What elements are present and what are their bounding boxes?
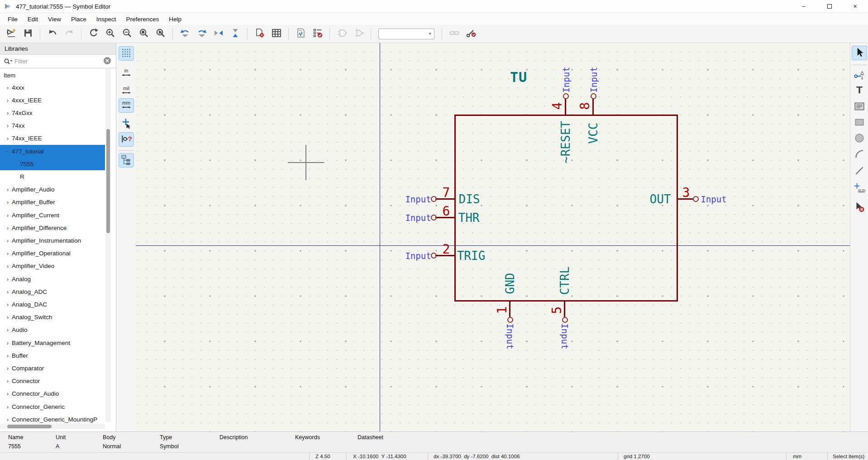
- chevron-collapsed-icon[interactable]: ›: [4, 237, 12, 244]
- pin-number[interactable]: 3: [682, 185, 690, 200]
- pin-name[interactable]: THR: [458, 211, 480, 225]
- chevron-collapsed-icon[interactable]: ›: [4, 416, 12, 423]
- menu-edit[interactable]: Edit: [23, 14, 43, 24]
- rotate-ccw-button[interactable]: [178, 27, 192, 41]
- clear-filter-icon[interactable]: [103, 57, 111, 66]
- library-tree-item-4xxx_IEEE[interactable]: ›4xxx_IEEE: [0, 94, 105, 106]
- library-tree-item-Analog_ADC[interactable]: ›Analog_ADC: [0, 285, 105, 298]
- library-tree-item-74xx[interactable]: ›74xx: [0, 120, 105, 132]
- pin-type-label[interactable]: Input: [701, 194, 726, 204]
- library-tree-item-Analog_DAC[interactable]: ›Analog_DAC: [0, 298, 105, 311]
- add-pin-button[interactable]: A1: [852, 68, 867, 82]
- minimize-button[interactable]: −: [791, 0, 816, 13]
- editor-canvas[interactable]: TU 7DISInput6THRInput2TRIGInput3OUTInput…: [136, 43, 850, 431]
- chevron-collapsed-icon[interactable]: ›: [4, 340, 12, 346]
- pin-number[interactable]: 6: [443, 204, 450, 219]
- library-tree-item-Amplifier_Instrumentation[interactable]: ›Amplifier_Instrumentation: [0, 234, 105, 247]
- pin-type-label[interactable]: Input: [405, 213, 431, 223]
- pin-connection-circle[interactable]: [562, 317, 568, 323]
- mirror-horizontal-button[interactable]: [211, 27, 225, 41]
- library-tree-item-Amplifier_Video[interactable]: ›Amplifier_Video: [0, 260, 105, 273]
- chevron-collapsed-icon[interactable]: ›: [4, 250, 12, 257]
- chevron-collapsed-icon[interactable]: ›: [4, 276, 12, 283]
- menu-place[interactable]: Place: [66, 14, 91, 24]
- library-tree-item-74xx_IEEE[interactable]: ›74xx_IEEE: [0, 132, 105, 145]
- chevron-collapsed-icon[interactable]: ›: [4, 403, 12, 410]
- add-text-button[interactable]: T: [852, 83, 867, 97]
- library-tree-item-Connector_Audio[interactable]: ›Connector_Audio: [0, 388, 105, 400]
- pin-connection-circle[interactable]: [507, 317, 513, 323]
- pin-name[interactable]: VCC: [587, 123, 600, 144]
- datasheet-button[interactable]: [294, 27, 308, 41]
- library-tree-item-Battery_Management[interactable]: ›Battery_Management: [0, 336, 105, 349]
- menu-preferences[interactable]: Preferences: [121, 14, 164, 24]
- zoom-selection-button[interactable]: [153, 27, 167, 41]
- library-tree-item-Comparator[interactable]: ›Comparator: [0, 362, 105, 374]
- menu-help[interactable]: Help: [164, 14, 186, 24]
- save-button[interactable]: [21, 27, 35, 41]
- chevron-collapsed-icon[interactable]: ›: [4, 378, 12, 384]
- rotate-cw-button[interactable]: [195, 27, 209, 41]
- chevron-collapsed-icon[interactable]: ›: [4, 135, 12, 142]
- library-tree-item-Buffer[interactable]: ›Buffer: [0, 349, 105, 362]
- chevron-collapsed-icon[interactable]: ›: [4, 288, 12, 295]
- menu-file[interactable]: File: [3, 14, 23, 24]
- scrollbar-thumb[interactable]: [7, 425, 52, 428]
- zoom-out-button[interactable]: [120, 27, 134, 41]
- pin-number[interactable]: 1: [495, 307, 510, 314]
- add-circle-button[interactable]: [852, 131, 867, 146]
- library-tree-item-Audio[interactable]: ›Audio: [0, 324, 105, 336]
- delete-tool-button[interactable]: [852, 200, 867, 215]
- pin-number[interactable]: 5: [549, 307, 564, 314]
- library-tree-item-Amplifier_Buffer[interactable]: ›Amplifier_Buffer: [0, 196, 105, 209]
- zoom-fit-button[interactable]: [137, 27, 151, 41]
- pin-connection-circle[interactable]: [693, 196, 699, 202]
- chevron-collapsed-icon[interactable]: ›: [4, 390, 12, 397]
- close-button[interactable]: ×: [842, 0, 868, 13]
- zoom-in-button[interactable]: [103, 27, 117, 41]
- pin-type-label[interactable]: Input: [560, 323, 570, 349]
- pin-name[interactable]: DIS: [459, 192, 480, 206]
- symbol-properties-button[interactable]: [253, 27, 267, 41]
- library-tree-item-Connector_Generic[interactable]: ›Connector_Generic: [0, 400, 105, 413]
- pin-connection-circle[interactable]: [431, 196, 437, 202]
- unit-selector-dropdown[interactable]: ▾: [378, 29, 434, 39]
- chevron-collapsed-icon[interactable]: ›: [4, 301, 12, 308]
- scrollbar-thumb[interactable]: [106, 129, 110, 233]
- library-vertical-scrollbar[interactable]: [105, 69, 111, 422]
- select-arrow-button[interactable]: [852, 46, 867, 60]
- symbol-reference-text[interactable]: TU: [510, 69, 527, 85]
- pin-table-button[interactable]: [269, 27, 283, 41]
- grid-visibility-button[interactable]: [119, 46, 134, 61]
- menu-inspect[interactable]: Inspect: [91, 14, 121, 24]
- library-tree-item-R[interactable]: R: [0, 170, 105, 183]
- pin-number[interactable]: 8: [577, 102, 592, 110]
- add-rectangle-button[interactable]: [852, 115, 867, 130]
- add-arc-button[interactable]: [852, 147, 867, 162]
- chevron-collapsed-icon[interactable]: ›: [4, 110, 12, 116]
- chevron-collapsed-icon[interactable]: ›: [4, 352, 12, 359]
- pin-name[interactable]: GND: [503, 273, 517, 294]
- chevron-collapsed-icon[interactable]: ›: [4, 122, 12, 129]
- chevron-collapsed-icon[interactable]: ›: [4, 97, 12, 104]
- pin-name[interactable]: TRIG: [457, 249, 486, 263]
- chevron-collapsed-icon[interactable]: ›: [4, 326, 12, 333]
- library-tree-item-Amplifier_Difference[interactable]: ›Amplifier_Difference: [0, 221, 105, 234]
- library-tree-item-477_tutorial[interactable]: ›477_tutorial: [0, 145, 105, 158]
- units-mm-button[interactable]: mm: [119, 98, 134, 113]
- units-mils-button[interactable]: mil: [119, 84, 134, 98]
- library-tree-item-Amplifier_Audio[interactable]: ›Amplifier_Audio: [0, 183, 105, 196]
- library-tree-item-Amplifier_Operational[interactable]: ›Amplifier_Operational: [0, 247, 105, 260]
- pin-connection-circle[interactable]: [431, 215, 437, 220]
- pin-type-label[interactable]: Input: [589, 67, 599, 92]
- filter-input[interactable]: [13, 56, 103, 67]
- menu-view[interactable]: View: [43, 14, 66, 24]
- library-tree-item-4xxx[interactable]: ›4xxx: [0, 81, 105, 94]
- chevron-collapsed-icon[interactable]: ›: [4, 365, 12, 372]
- chevron-collapsed-icon[interactable]: ›: [4, 186, 12, 193]
- erc-check-button[interactable]: [310, 27, 324, 41]
- undo-button[interactable]: [45, 27, 59, 41]
- chevron-collapsed-icon[interactable]: ›: [4, 263, 12, 269]
- add-line-button[interactable]: [852, 164, 867, 178]
- pin-conflict-check-button[interactable]: [464, 27, 478, 41]
